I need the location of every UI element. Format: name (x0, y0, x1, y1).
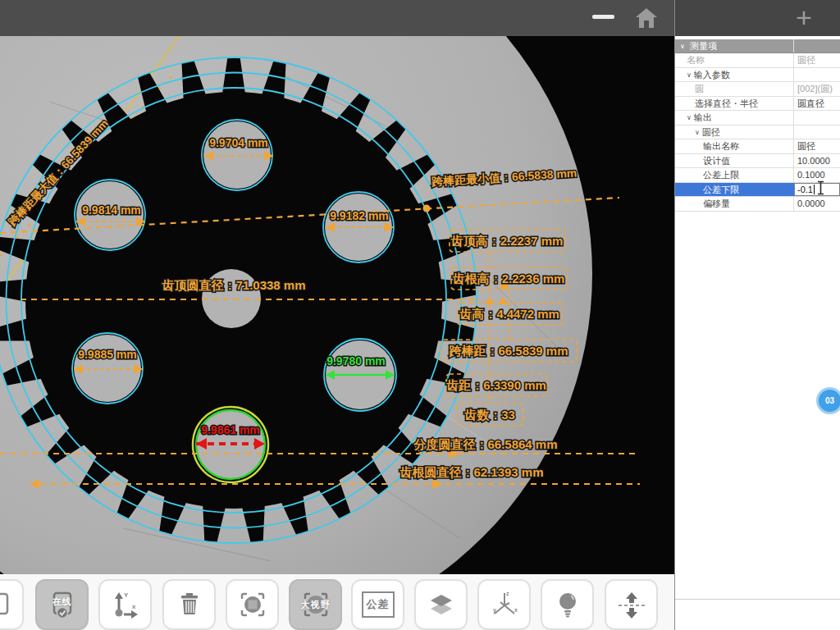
online-button[interactable]: 在线 (35, 579, 89, 630)
svg-text:Y: Y (124, 591, 129, 599)
chevron-down-icon[interactable]: ∨ (687, 69, 692, 82)
property-value[interactable] (794, 68, 840, 82)
property-row[interactable]: 名称圆径 (675, 53, 840, 68)
axes-3d-button[interactable]: z y x (477, 579, 531, 630)
property-value[interactable]: [002](圆) (794, 82, 840, 96)
text-caret (814, 185, 815, 194)
property-row[interactable]: 选择直径・半径圆直径 (675, 97, 840, 112)
property-value[interactable]: 圆径 (794, 53, 840, 67)
property-value[interactable]: 10.0000 (794, 154, 840, 168)
property-group-header[interactable]: ∨ 测量项 (675, 39, 840, 53)
property-group-title: 测量项 (690, 41, 717, 51)
svg-text:x: x (132, 603, 136, 610)
label-hole-2: 9.9814 mm (82, 203, 141, 217)
label-hole-4: 9.9885 mm (78, 348, 137, 361)
property-value[interactable]: 圆径 (794, 139, 840, 153)
delete-button[interactable] (162, 579, 216, 630)
property-label-text: 输入参数 (694, 70, 730, 80)
bottom-toolbar: 在线 Y x (0, 574, 674, 630)
label-hole-5: 9.9780 mm (326, 354, 386, 368)
label-hole-6: 9.9861 mm (201, 423, 260, 436)
minimize-icon[interactable] (592, 15, 614, 19)
label-pitch-diameter: 分度圆直径：66.5864 mm (413, 437, 557, 451)
property-label-text: 输出名称 (703, 141, 739, 151)
footer-divider (675, 599, 840, 600)
property-label-text: 圆 (695, 84, 704, 94)
svg-text:y: y (493, 607, 496, 614)
title-bar (0, 0, 674, 36)
property-label[interactable]: ∨圆径 (675, 126, 794, 139)
panel-title-bar: + (675, 0, 840, 36)
property-label[interactable]: ∨输出 (675, 111, 794, 125)
property-label[interactable]: 名称 (675, 53, 794, 67)
svg-text:x: x (514, 607, 518, 613)
property-label[interactable]: ∨输入参数 (675, 68, 794, 82)
label-tooth-count: 齿数：33 (463, 408, 515, 422)
property-grid: ∨ 测量项 名称圆径∨输入参数圆[002](圆)选择直径・半径圆直径∨输出∨圆径… (675, 39, 840, 212)
label-tooth-pitch: 齿距：6.3390 mm (445, 378, 546, 392)
chevron-down-icon[interactable]: ∨ (695, 126, 700, 139)
svg-text:z: z (506, 591, 509, 596)
property-label-text: 公差下限 (703, 185, 739, 194)
label-addendum: 齿顶高：2.2237 mm (450, 234, 564, 248)
property-label-text: 名称 (687, 55, 705, 65)
tolerance-button[interactable]: 公差 (351, 579, 404, 630)
property-label-text: 选择直径・半径 (695, 98, 758, 108)
property-row[interactable]: 偏移量0.0000 (675, 197, 840, 212)
property-value[interactable]: 0.0000 (794, 197, 840, 211)
property-row[interactable]: 圆[002](圆) (675, 82, 840, 97)
ibeam-cursor (816, 180, 826, 199)
properties-panel: + ∨ 测量项 名称圆径∨输入参数圆[002](圆)选择直径・半径圆直径∨输出∨… (674, 0, 840, 630)
notification-badge[interactable]: 03 (816, 387, 840, 414)
move-vertical-button[interactable] (605, 579, 658, 630)
property-label[interactable]: 公差上限 (675, 168, 794, 182)
label-dedendum: 齿根高：2.2236 mm (452, 272, 565, 285)
property-label-text: 圆径 (702, 127, 720, 137)
label-tooth-height: 齿高：4.4472 mm (459, 307, 559, 321)
light-button[interactable] (541, 579, 594, 630)
label-root-diameter: 齿根圆直径：62.1393 mm (399, 465, 543, 479)
label-tip-diameter: 齿顶圆直径：71.0338 mm (161, 278, 305, 292)
label-span: 跨棒距：66.5839 mm (448, 344, 568, 358)
home-icon[interactable] (635, 7, 658, 30)
axis-move-button[interactable]: Y x (98, 579, 152, 630)
capture-button[interactable] (0, 579, 24, 630)
property-row[interactable]: 设计值10.0000 (675, 154, 840, 169)
label-hole-3: 9.9182 mm (330, 209, 389, 222)
property-label[interactable]: 选择直径・半径 (675, 97, 794, 111)
layers-button[interactable] (414, 579, 468, 630)
camera-viewport[interactable]: 跨棒距最大值：66.5839 mm 跨棒距最小值：66.5838 mm 齿顶圆直… (0, 36, 674, 574)
label-hole-1: 9.9704 mm (209, 136, 268, 149)
property-row[interactable]: ∨圆径 (675, 126, 840, 140)
property-label-text: 设计值 (703, 156, 730, 166)
property-label[interactable]: 公差下限 (675, 183, 794, 197)
property-label-text: 偏移量 (703, 199, 730, 208)
pin-marker (423, 205, 431, 212)
property-label-text: 公差上限 (703, 170, 739, 180)
tolerance-button-label: 公差 (362, 591, 395, 618)
chevron-down-icon[interactable]: ∨ (687, 112, 692, 125)
property-row[interactable]: 公差上限0.1000 (675, 168, 840, 183)
property-label-text: 输出 (694, 112, 712, 122)
region-button[interactable] (226, 579, 279, 630)
property-value[interactable] (794, 126, 840, 139)
property-row[interactable]: ∨输出 (675, 111, 840, 126)
property-value[interactable] (794, 111, 840, 125)
property-label[interactable]: 偏移量 (675, 197, 794, 211)
property-row[interactable]: 输出名称圆径 (675, 139, 840, 154)
property-row[interactable]: 公差下限-0.1 (675, 183, 840, 198)
property-label[interactable]: 输出名称 (675, 139, 794, 153)
add-measurement-icon[interactable]: + (790, 0, 818, 36)
input-text: -0.1 (797, 183, 813, 197)
property-label[interactable]: 设计值 (675, 154, 794, 168)
wide-view-button[interactable]: 大视野 (289, 579, 342, 630)
property-label[interactable]: 圆 (675, 82, 794, 96)
chevron-down-icon: ∨ (680, 40, 685, 52)
property-value[interactable]: 圆直径 (794, 97, 840, 111)
property-row[interactable]: ∨输入参数 (675, 68, 840, 83)
